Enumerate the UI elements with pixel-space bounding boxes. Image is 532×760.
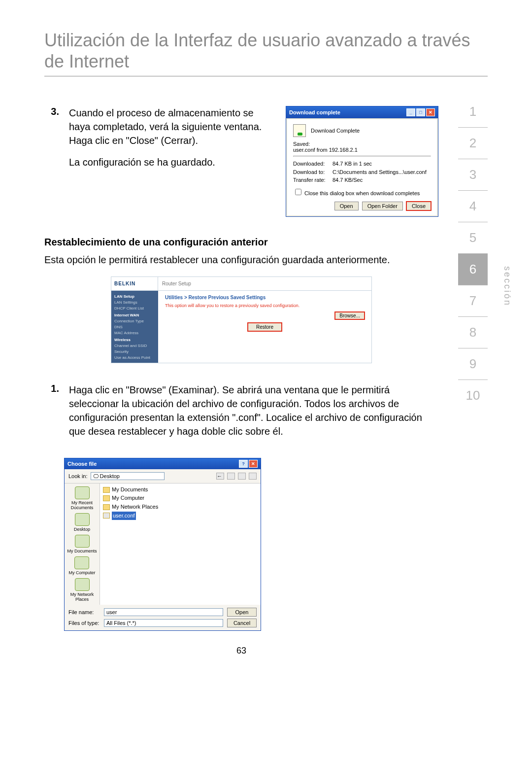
router-header: Router Setup [158,277,195,290]
sidebar-cat-lan: LAN Setup [114,294,155,300]
choose-file-dialog: Choose file ? ✕ Look in: 🖵 Desktop ← [64,458,261,631]
sidebar-item-security[interactable]: Security [114,349,155,355]
folder-icon [103,495,110,501]
recent-docs-icon [75,486,90,499]
page-number: 63 [44,646,438,656]
open-folder-button[interactable]: Open Folder [362,202,403,210]
downloadto-value: C:\Documents and Settings...\user.conf [332,168,427,176]
section-nav-10[interactable]: 10 [458,380,488,411]
router-description: This option will allow you to restore a … [165,303,365,308]
section-nav-5[interactable]: 5 [458,222,488,254]
saved-label: Saved: [293,141,431,147]
transferrate-value: 84.7 KB/Sec [332,176,363,184]
downloadto-label: Download to: [293,168,332,176]
step3-text-2: La configuración se ha guardado. [69,155,276,169]
router-setup-screenshot: BELKIN Router Setup LAN Setup LAN Settin… [111,276,372,363]
list-item[interactable]: My Network Places [103,503,258,512]
folder-icon [103,487,110,493]
sidebar-item-dhcp[interactable]: DHCP Client List [114,306,155,311]
close-button[interactable]: Close [406,202,431,210]
up-icon[interactable] [227,473,235,480]
step3-text-1: Cuando el proceso de almacenamiento se h… [69,106,276,147]
network-places-icon [75,578,90,591]
filename-label: File name: [68,609,100,615]
section-nav-6[interactable]: 6 [458,254,488,285]
place-mydocs[interactable]: My Documents [67,535,97,553]
my-computer-icon [74,556,89,569]
sidebar-item-dns[interactable]: DNS [114,324,155,330]
dialog-title: Download complete [289,109,340,115]
help-icon[interactable]: ? [239,460,248,468]
maximize-icon[interactable]: □ [416,108,425,116]
belkin-logo: BELKIN [111,277,158,290]
download-complete-dialog: Download complete _ □ ✕ Download Complet… [286,106,438,217]
section-nav-2[interactable]: 2 [458,128,488,159]
my-documents-icon [75,535,90,548]
section-label: sección [502,266,512,307]
sidebar-item-lan-settings[interactable]: LAN Settings [114,300,155,306]
desktop-icon [75,513,90,526]
new-folder-icon[interactable] [238,473,246,480]
lookin-combo[interactable]: 🖵 Desktop [91,472,165,480]
sidebar-item-channel[interactable]: Channel and SSID [114,343,155,349]
close-when-complete-checkbox[interactable] [295,189,301,195]
place-recent[interactable]: My Recent Documents [65,486,100,510]
step-number-3: 3. [44,106,59,117]
place-network[interactable]: My Network Places [65,578,100,602]
filename-field[interactable]: user [104,608,223,616]
download-file-icon [293,124,306,137]
download-heading: Download Complete [311,128,360,134]
file-icon [103,513,110,518]
restore-intro: Esta opción le permitirá restablecer una… [44,253,438,267]
section-nav-1[interactable]: 1 [458,96,488,128]
saved-value: user.conf from 192.168.2.1 [293,147,431,153]
sidebar-item-conntype[interactable]: Connection Type [114,318,155,324]
lookin-value: 🖵 Desktop [93,473,120,479]
place-mycomputer[interactable]: My Computer [68,556,95,575]
router-breadcrumb: Utilities > Restore Previous Saved Setti… [165,295,365,300]
folder-icon [103,504,110,510]
cancel-button[interactable]: Cancel [227,619,257,627]
minimize-icon[interactable]: _ [406,108,415,116]
transferrate-label: Transfer rate: [293,176,332,184]
open-button[interactable]: Open [334,202,359,210]
section-nav-4[interactable]: 4 [458,191,488,222]
sidebar-cat-wireless: Wireless [114,337,155,343]
close-icon[interactable]: ✕ [249,460,258,468]
downloaded-label: Downloaded: [293,160,332,168]
sidebar-item-ap[interactable]: Use as Access Point [114,355,155,361]
lookin-label: Look in: [68,473,88,479]
section-nav: 12345678910 [458,96,488,411]
file-list: My Documents My Computer My Network Plac… [100,484,261,605]
place-desktop[interactable]: Desktop [74,513,90,532]
section-nav-8[interactable]: 8 [458,317,488,348]
step-number-1: 1. [44,383,59,394]
downloaded-value: 84.7 KB in 1 sec [332,160,372,168]
back-icon[interactable]: ← [216,473,224,480]
page-title: Utilización de la Interfaz de usuario av… [44,30,488,76]
choose-file-title: Choose file [67,461,97,467]
section-nav-9[interactable]: 9 [458,348,488,380]
filetype-label: Files of type: [68,620,100,626]
section-nav-7[interactable]: 7 [458,285,488,317]
restore-button[interactable]: Restore [248,323,282,331]
sidebar-item-mac[interactable]: MAC Address [114,330,155,336]
open-button[interactable]: Open [227,608,257,617]
list-item[interactable]: My Computer [103,494,258,503]
section-nav-3[interactable]: 3 [458,159,488,191]
restore-heading: Restablecimiento de una configuración an… [44,237,438,248]
sidebar-cat-wan: Internet WAN [114,312,155,318]
list-item[interactable]: My Documents [103,485,258,494]
router-sidebar: LAN Setup LAN Settings DHCP Client List … [111,291,158,363]
close-icon[interactable]: ✕ [426,108,435,116]
views-icon[interactable] [249,473,257,480]
browse-button[interactable]: Browse... [335,312,365,319]
close-when-complete-label: Close this dialog box when download comp… [304,190,420,196]
list-item-selected[interactable]: user.conf [103,512,258,520]
step1-text: Haga clic en "Browse" (Examinar). Se abr… [69,383,438,438]
filetype-combo[interactable]: All Files (*.*) [104,619,223,627]
